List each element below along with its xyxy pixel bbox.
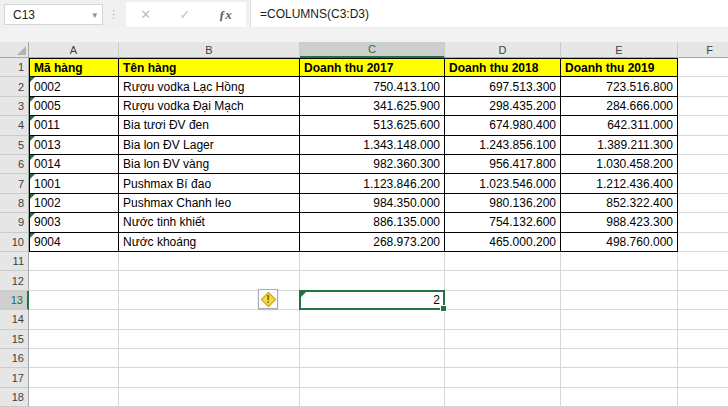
cell-D5[interactable]: 1.243.856.100 <box>445 136 561 155</box>
cell-E15[interactable] <box>561 330 678 349</box>
cell-C5[interactable]: 1.343.148.000 <box>300 136 445 155</box>
cell-C1[interactable]: Doanh thu 2017 <box>300 58 445 77</box>
fill-handle[interactable] <box>440 305 447 312</box>
cell-A13[interactable] <box>29 291 119 310</box>
cell-F18[interactable] <box>678 388 728 407</box>
cell-A3[interactable]: 0005 <box>29 97 119 116</box>
column-header-B[interactable]: B <box>119 42 300 58</box>
cell-D7[interactable]: 1.023.546.000 <box>445 174 561 193</box>
cell-A15[interactable] <box>29 330 119 349</box>
cell-A5[interactable]: 0013 <box>29 136 119 155</box>
cell-E12[interactable] <box>561 271 678 290</box>
column-header-F[interactable]: F <box>678 42 728 58</box>
cell-A8[interactable]: 1002 <box>29 194 119 213</box>
cell-C4[interactable]: 513.625.600 <box>300 116 445 135</box>
name-box-dropdown-icon[interactable]: ▾ <box>92 10 102 20</box>
row-header-12[interactable]: 12 <box>0 271 29 290</box>
cell-B11[interactable] <box>119 252 300 271</box>
cell-F17[interactable] <box>678 368 728 387</box>
cell-A17[interactable] <box>29 368 119 387</box>
cell-A1[interactable]: Mã hàng <box>29 58 119 77</box>
cell-C11[interactable] <box>300 252 445 271</box>
cell-F3[interactable] <box>678 97 728 116</box>
cell-D13[interactable] <box>445 291 561 310</box>
cell-B16[interactable] <box>119 349 300 368</box>
column-header-D[interactable]: D <box>445 42 561 58</box>
cell-C16[interactable] <box>300 349 445 368</box>
cell-F6[interactable] <box>678 155 728 174</box>
row-header-14[interactable]: 14 <box>0 310 29 329</box>
cell-B7[interactable]: Pushmax Bí đao <box>119 174 300 193</box>
row-header-17[interactable]: 17 <box>0 368 29 387</box>
cell-E13[interactable] <box>561 291 678 310</box>
enter-icon[interactable]: ✓ <box>179 7 190 22</box>
column-header-C[interactable]: C <box>300 42 445 58</box>
cell-F9[interactable] <box>678 213 728 232</box>
cell-A6[interactable]: 0014 <box>29 155 119 174</box>
cell-D9[interactable]: 754.132.600 <box>445 213 561 232</box>
cell-D2[interactable]: 697.513.300 <box>445 77 561 96</box>
cell-F14[interactable] <box>678 310 728 329</box>
cell-D12[interactable] <box>445 271 561 290</box>
cell-D4[interactable]: 674.980.400 <box>445 116 561 135</box>
cell-C8[interactable]: 984.350.000 <box>300 194 445 213</box>
cell-C12[interactable] <box>300 271 445 290</box>
cell-F2[interactable] <box>678 77 728 96</box>
row-header-6[interactable]: 6 <box>0 155 29 174</box>
cell-D1[interactable]: Doanh thu 2018 <box>445 58 561 77</box>
cell-D10[interactable]: 465.000.200 <box>445 233 561 252</box>
cell-D11[interactable] <box>445 252 561 271</box>
cell-D16[interactable] <box>445 349 561 368</box>
cell-A9[interactable]: 9003 <box>29 213 119 232</box>
column-header-E[interactable]: E <box>561 42 678 58</box>
cell-E6[interactable]: 1.030.458.200 <box>561 155 678 174</box>
select-all-button[interactable] <box>0 42 29 58</box>
cell-B4[interactable]: Bia tươi ĐV đen <box>119 116 300 135</box>
cell-E3[interactable]: 284.666.000 <box>561 97 678 116</box>
cell-E2[interactable]: 723.516.800 <box>561 77 678 96</box>
column-header-A[interactable]: A <box>29 42 119 58</box>
cell-A18[interactable] <box>29 388 119 407</box>
cell-A4[interactable]: 0011 <box>29 116 119 135</box>
cell-F1[interactable] <box>678 58 728 77</box>
cell-C9[interactable]: 886.135.000 <box>300 213 445 232</box>
cell-F8[interactable] <box>678 194 728 213</box>
cell-A2[interactable]: 0002 <box>29 77 119 96</box>
cell-B5[interactable]: Bia lon ĐV Lager <box>119 136 300 155</box>
selected-cell-C13[interactable]: 2 <box>299 290 445 310</box>
cell-A11[interactable] <box>29 252 119 271</box>
cell-B2[interactable]: Rượu vodka Lạc Hồng <box>119 77 300 96</box>
row-header-15[interactable]: 15 <box>0 330 29 349</box>
cell-F4[interactable] <box>678 116 728 135</box>
cell-D8[interactable]: 980.136.200 <box>445 194 561 213</box>
cell-F16[interactable] <box>678 349 728 368</box>
cell-C18[interactable] <box>300 388 445 407</box>
cell-E18[interactable] <box>561 388 678 407</box>
cell-D17[interactable] <box>445 368 561 387</box>
cell-E9[interactable]: 988.423.300 <box>561 213 678 232</box>
cell-A7[interactable]: 1001 <box>29 174 119 193</box>
cell-B9[interactable]: Nước tinh khiết <box>119 213 300 232</box>
cell-C15[interactable] <box>300 330 445 349</box>
cell-B17[interactable] <box>119 368 300 387</box>
cell-C7[interactable]: 1.123.846.200 <box>300 174 445 193</box>
cell-E11[interactable] <box>561 252 678 271</box>
cell-B8[interactable]: Pushmax Chanh leo <box>119 194 300 213</box>
cell-C10[interactable]: 268.973.200 <box>300 233 445 252</box>
row-header-4[interactable]: 4 <box>0 116 29 135</box>
formula-input[interactable]: =COLUMNS(C3:D3) <box>250 0 728 27</box>
row-header-11[interactable]: 11 <box>0 252 29 271</box>
row-header-3[interactable]: 3 <box>0 97 29 116</box>
row-header-8[interactable]: 8 <box>0 194 29 213</box>
cell-E10[interactable]: 498.760.000 <box>561 233 678 252</box>
cell-D3[interactable]: 298.435.200 <box>445 97 561 116</box>
cell-B6[interactable]: Bia lon ĐV vàng <box>119 155 300 174</box>
cell-B14[interactable] <box>119 310 300 329</box>
cell-A16[interactable] <box>29 349 119 368</box>
insert-function-icon[interactable]: ƒx <box>219 7 232 23</box>
cancel-icon[interactable]: ✕ <box>140 7 151 22</box>
cell-A10[interactable]: 9004 <box>29 233 119 252</box>
cell-B12[interactable] <box>119 271 300 290</box>
cell-B15[interactable] <box>119 330 300 349</box>
name-box[interactable]: C13 ▾ <box>4 4 103 25</box>
